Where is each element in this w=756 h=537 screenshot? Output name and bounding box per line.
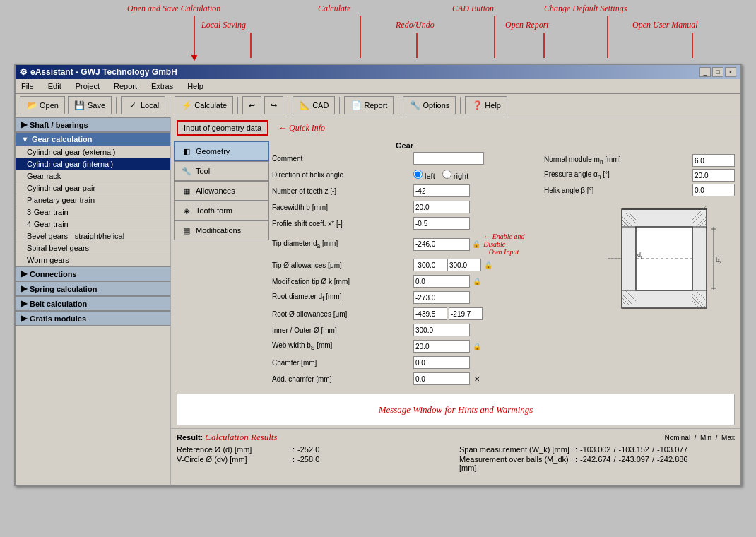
main-window: ⚙ eAssistant - GWJ Technology GmbH _ □ ×… bbox=[14, 64, 742, 486]
open-button[interactable]: 📂 Open bbox=[20, 96, 65, 114]
sidebar-item-gear-rack[interactable]: Gear rack bbox=[16, 170, 170, 182]
calculate-icon: ⚡ bbox=[181, 100, 192, 111]
menu-edit[interactable]: Edit bbox=[45, 81, 64, 92]
balls-row: Measurement over balls (M_dk) [mm] : -24… bbox=[459, 455, 735, 472]
normal-module-input[interactable] bbox=[692, 154, 735, 167]
helix-left-radio[interactable] bbox=[413, 170, 423, 179]
redo-button[interactable]: ↪ bbox=[264, 96, 283, 114]
help-button[interactable]: ❓ Help bbox=[465, 96, 507, 114]
right-form: Normal module mn [mm] Pressure angle αn … bbox=[537, 141, 735, 388]
cad-button[interactable]: 📐 CAD bbox=[293, 96, 335, 114]
facewidth-label: Facewidth b [mm] bbox=[272, 203, 413, 211]
annotation-open-manual: Open User Manual bbox=[632, 20, 698, 30]
menu-project[interactable]: Project bbox=[73, 81, 102, 92]
helix-angle-input[interactable] bbox=[692, 184, 735, 196]
sidebar-item-3gear[interactable]: 3-Gear train bbox=[16, 206, 170, 218]
minimize-button[interactable]: _ bbox=[699, 67, 711, 77]
tip-allow-input1[interactable] bbox=[413, 259, 447, 271]
menu-help[interactable]: Help bbox=[184, 81, 206, 92]
chevron-right-icon-2: ▶ bbox=[21, 269, 27, 278]
toolbar-sep-1 bbox=[116, 97, 117, 114]
menu-report[interactable]: Report bbox=[111, 81, 140, 92]
web-width-input[interactable] bbox=[413, 340, 470, 353]
calculate-button[interactable]: ⚡ Calculate bbox=[175, 96, 233, 114]
sidebar: ▶ Shaft / bearings ▼ Gear calculation Cy… bbox=[16, 117, 171, 485]
root-allow-input1[interactable] bbox=[413, 307, 447, 320]
tip-dia-input[interactable] bbox=[413, 238, 470, 251]
maximize-button[interactable]: □ bbox=[712, 67, 723, 77]
tip-allow-row: Tip Ø allowances [μm] 🔒 bbox=[272, 258, 537, 272]
root-allow-input2[interactable] bbox=[449, 307, 483, 320]
sidebar-item-bevel[interactable]: Bevel gears - straight/helical bbox=[16, 230, 170, 242]
options-icon: 🔧 bbox=[409, 100, 420, 111]
local-button[interactable]: ✓ Local bbox=[121, 96, 165, 114]
web-width-lock-icon[interactable]: 🔒 bbox=[471, 341, 483, 352]
menu-extras[interactable]: Extras bbox=[148, 81, 176, 92]
save-button[interactable]: 💾 Save bbox=[68, 96, 112, 114]
add-chamfer-input[interactable] bbox=[413, 372, 470, 385]
chevron-down-icon: ▼ bbox=[21, 135, 29, 143]
annotation-open-save: Open and Save Calculation bbox=[127, 4, 220, 14]
helix-right-label[interactable]: right bbox=[442, 170, 468, 180]
tip-dia-lock-icon[interactable]: 🔒 bbox=[471, 239, 480, 250]
helix-angle-label: Helix angle β [°] bbox=[544, 187, 692, 194]
svg-text:bS: bS bbox=[716, 256, 721, 265]
sidebar-group-gear[interactable]: ▼ Gear calculation bbox=[16, 132, 170, 146]
sidebar-group-belt[interactable]: ▶ Belt calculation bbox=[16, 296, 170, 311]
normal-module-label: Normal module mn [mm] bbox=[544, 155, 692, 165]
profile-input[interactable] bbox=[413, 217, 470, 230]
sidebar-item-4gear[interactable]: 4-Gear train bbox=[16, 218, 170, 230]
sidebar-group-connections[interactable]: ▶ Connections bbox=[16, 266, 170, 281]
sidebar-item-spiral[interactable]: Spiral bevel gears bbox=[16, 242, 170, 254]
teeth-row: Number of teeth z [-] bbox=[272, 184, 537, 198]
add-chamfer-lock-icon[interactable]: ✕ bbox=[471, 373, 483, 384]
sidebar-item-cyl-int[interactable]: Cylindrical gear (internal) bbox=[16, 158, 170, 170]
chamfer-input[interactable] bbox=[413, 356, 470, 369]
sidebar-item-planetary[interactable]: Planetary gear train bbox=[16, 194, 170, 206]
helix-right-radio[interactable] bbox=[442, 170, 451, 179]
span-colon: : bbox=[575, 445, 577, 454]
facewidth-input[interactable] bbox=[413, 201, 470, 213]
inner-outer-input[interactable] bbox=[413, 324, 470, 336]
sidebar-item-worm[interactable]: Worm gears bbox=[16, 254, 170, 266]
report-button[interactable]: 📄 Report bbox=[344, 96, 394, 114]
span-sep1: / bbox=[614, 445, 616, 454]
mod-tip-input[interactable] bbox=[413, 275, 470, 288]
tab-tool[interactable]: 🔧 Tool bbox=[174, 161, 269, 181]
sidebar-item-cyl-pair[interactable]: Cylindrical gear pair bbox=[16, 182, 170, 194]
sidebar-group-gratis[interactable]: ▶ Gratis modules bbox=[16, 311, 170, 326]
tab-allowances[interactable]: ▦ Allowances bbox=[174, 181, 269, 201]
web-width-row: Web width bS [mm] 🔒 bbox=[272, 339, 537, 353]
mod-tip-lock-icon[interactable]: 🔒 bbox=[471, 276, 483, 287]
message-window-label: Message Window for Hints and Warmings bbox=[379, 404, 533, 415]
tab-geometry[interactable]: ◧ Geometry bbox=[174, 141, 269, 161]
tip-allow-input2[interactable] bbox=[447, 259, 481, 271]
close-button[interactable]: × bbox=[725, 67, 736, 77]
undo-button[interactable]: ↩ bbox=[242, 96, 261, 114]
tip-dia-input-group: 🔒 ← Enable and Disable Own Input bbox=[413, 232, 537, 256]
teeth-input[interactable] bbox=[413, 184, 470, 197]
tip-allow-lock-icon[interactable]: 🔒 bbox=[483, 259, 494, 271]
tab-tooth-form[interactable]: ◈ Tooth form bbox=[174, 201, 269, 220]
tip-allow-input-group: 🔒 bbox=[413, 259, 494, 271]
comment-input[interactable] bbox=[413, 152, 484, 165]
menu-file[interactable]: File bbox=[18, 81, 37, 92]
teeth-label: Number of teeth z [-] bbox=[272, 187, 413, 195]
quick-info-label: ← Quick Info bbox=[278, 123, 325, 134]
sidebar-item-cyl-ext[interactable]: Cylindrical gear (external) bbox=[16, 146, 170, 158]
helix-left-label[interactable]: left bbox=[413, 170, 435, 180]
root-dia-input[interactable] bbox=[413, 291, 470, 304]
svg-rect-9 bbox=[636, 227, 692, 290]
tab-modifications[interactable]: ▤ Modifications bbox=[174, 220, 269, 240]
add-chamfer-label: Add. chamfer [mm] bbox=[272, 375, 413, 383]
options-button[interactable]: 🔧 Options bbox=[403, 96, 456, 114]
sidebar-group-shaft[interactable]: ▶ Shaft / bearings bbox=[16, 117, 170, 132]
pressure-angle-input[interactable] bbox=[692, 169, 735, 182]
tool-icon: 🔧 bbox=[180, 165, 193, 177]
results-calc-label: Calculation Results bbox=[205, 432, 277, 442]
breadcrumb: Input of geometry data bbox=[177, 120, 268, 136]
balls-colon: : bbox=[575, 455, 577, 472]
form-container: ◧ Geometry 🔧 Tool ▦ Allowances ◈ Tooth f… bbox=[171, 138, 740, 391]
sidebar-group-spring[interactable]: ▶ Spring calculation bbox=[16, 281, 170, 296]
add-chamfer-input-group: ✕ bbox=[413, 372, 483, 385]
